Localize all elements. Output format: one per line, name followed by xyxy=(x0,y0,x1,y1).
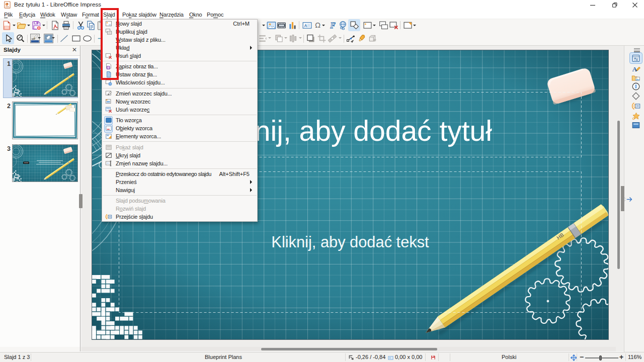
status-separator xyxy=(345,353,346,361)
export-pdf-button[interactable] xyxy=(49,19,61,31)
print-button[interactable] xyxy=(60,19,72,31)
ellipse-button[interactable] xyxy=(81,32,93,44)
menu-item-zapisz-obraz-tla[interactable]: Zapisz obraz tła... xyxy=(102,62,257,70)
menu-item-duplikuj-slajd[interactable]: Duplikuj slajd xyxy=(102,28,257,36)
glue-points-button[interactable] xyxy=(355,32,367,44)
menubar-item-format[interactable]: Format xyxy=(82,10,99,19)
menu-item-label: Ustaw obraz tła... xyxy=(116,71,157,77)
menu-item-nowy-wzorzec[interactable]: Nowy wzorzec xyxy=(102,98,257,106)
vertical-scrollbar-handle[interactable] xyxy=(617,121,620,269)
shadow-button[interactable] xyxy=(304,32,316,44)
menu-item-usun-wzorzec[interactable]: Usuń wzorzec xyxy=(102,106,257,114)
menu-item-przeskocz[interactable]: Przeskocz do ostatnio edytowanego slajdu… xyxy=(102,170,257,178)
menubar-item-okno[interactable]: Okno xyxy=(189,10,202,19)
new-button[interactable] xyxy=(1,19,13,31)
toolbar-separator xyxy=(299,21,299,29)
sidebar-tab-properties[interactable] xyxy=(630,53,642,63)
menubar-item-widok[interactable]: Widok xyxy=(40,10,55,19)
slide-1-thumbnail-image[interactable] xyxy=(12,59,78,97)
status-zoom-percent: 116% xyxy=(628,354,641,360)
menu-item-label: Przejście slajdu xyxy=(116,214,153,220)
slide-text-placeholder-text[interactable]: Kliknij, aby dodać tekst xyxy=(271,233,429,251)
menu-item-przejscie-slajdu[interactable]: Przejście slajdu xyxy=(102,213,257,221)
menu-item-wlasciwosci-slajdu[interactable]: Właściwości slajdu... xyxy=(102,78,257,86)
dropdown-caret-icon[interactable] xyxy=(41,19,46,31)
dropdown-caret-icon[interactable] xyxy=(298,32,303,44)
menubar-item-wstaw[interactable]: Wstaw xyxy=(61,10,77,19)
save-button[interactable] xyxy=(30,19,42,31)
dropdown-caret-icon[interactable] xyxy=(372,19,377,31)
menu-item-nowy-slajd[interactable]: Nowy slajdCtrl+M xyxy=(102,20,257,28)
close-button[interactable] xyxy=(625,0,644,10)
menu-item-elementy-wzorca[interactable]: Elementy wzorca... xyxy=(102,132,257,140)
sidebar-tab-shapes[interactable] xyxy=(630,90,642,101)
sidebar-tab-navigator[interactable] xyxy=(630,81,642,92)
minimize-button[interactable] xyxy=(583,0,603,10)
slide-3-thumbnail-image[interactable] xyxy=(12,144,78,182)
ellipse-icon xyxy=(82,33,93,44)
menu-item-obiekty-wzorca[interactable]: Obiekty wzorca xyxy=(102,124,257,132)
menu-item-ukryj-slajd[interactable]: Ukryj slajd xyxy=(102,151,257,159)
slide-thumbnail-1[interactable]: 1 xyxy=(4,59,77,98)
slide-transition-icon xyxy=(631,102,640,111)
status-language[interactable]: Polski xyxy=(502,354,516,360)
rectangle-button[interactable] xyxy=(70,32,82,44)
dropdown-caret-icon[interactable] xyxy=(267,32,272,44)
show-draw-functions-icon xyxy=(349,20,360,31)
navigator-icon xyxy=(631,82,640,91)
show-draw-functions-button[interactable] xyxy=(348,19,360,31)
menubar-item-pomoc[interactable]: Pomoc xyxy=(207,10,223,19)
toolbar-line-and-filling xyxy=(0,32,644,46)
delete-slide-button[interactable] xyxy=(387,19,399,31)
menubar-item-plik[interactable]: Plik xyxy=(4,10,13,19)
dropdown-caret-icon[interactable] xyxy=(338,32,343,44)
slide-2-thumbnail-image[interactable] xyxy=(12,102,78,139)
menu-item-ustaw-obraz-tla[interactable]: Ustaw obraz tła... xyxy=(102,70,257,78)
hyperlink-button[interactable] xyxy=(337,19,349,31)
sidebar-collapse-arrow[interactable] xyxy=(624,196,633,203)
impress-app-icon xyxy=(4,1,11,9)
unsaved-changes-icon[interactable] xyxy=(431,355,436,360)
dropdown-caret-icon[interactable] xyxy=(412,19,417,31)
zoom-slider[interactable] xyxy=(585,357,618,358)
zoom-out-button[interactable]: − xyxy=(580,353,584,361)
select-button[interactable] xyxy=(2,32,14,44)
sidebar-tab-slide-transition[interactable] xyxy=(630,101,642,111)
save-icon xyxy=(31,20,42,31)
sidebar-menu-icon[interactable] xyxy=(634,47,640,53)
panel-splitter-handle[interactable] xyxy=(79,194,83,208)
dropdown-caret-icon[interactable] xyxy=(321,19,326,31)
menu-item-nawiguj[interactable]: Nawiguj xyxy=(102,186,257,194)
horizontal-scrollbar[interactable] xyxy=(81,347,616,351)
zoom-in-button[interactable]: + xyxy=(619,353,623,361)
slide-thumbnail-3[interactable]: 3 xyxy=(4,144,77,183)
menu-item-tlo-wzorca[interactable]: Tło wzorca xyxy=(102,116,257,124)
zoom-slider-handle[interactable] xyxy=(599,355,602,360)
menu-item-pokaz-slajd: Pokaż slajd xyxy=(102,143,257,151)
sidebar-tab-master-slides[interactable] xyxy=(630,120,642,130)
menu-item-zmien-wzorzec-slajdu[interactable]: Zmień wzorzec slajdu... xyxy=(102,89,257,98)
restore-button[interactable] xyxy=(605,0,625,10)
menu-item-zmien-nazwe-slajdu[interactable]: Zmień nazwę slajdu... xyxy=(102,159,257,167)
menu-item-label: Nowy wzorzec xyxy=(116,99,150,105)
insert-chart-button[interactable] xyxy=(286,19,298,31)
open-button[interactable] xyxy=(15,19,27,31)
menu-item-wstaw-slajd-z-pliku[interactable]: Wstaw slajd z pliku... xyxy=(102,36,257,44)
menu-item-usun-slajd[interactable]: Usuń slajd xyxy=(102,52,257,60)
insert-media-button[interactable] xyxy=(275,19,287,31)
menubar-item-edycja[interactable]: Edycja xyxy=(19,10,35,19)
status-separator xyxy=(569,353,569,361)
horizontal-scrollbar-handle[interactable] xyxy=(261,348,437,350)
menu-item-uklad[interactable]: Układ xyxy=(102,44,257,52)
zoom-pan-button[interactable] xyxy=(14,32,26,44)
dropdown-caret-icon[interactable] xyxy=(37,32,42,44)
slide-list: 1 2 3 xyxy=(0,55,80,347)
insert-line-button[interactable] xyxy=(58,32,70,44)
menubar-item-pokaz-slajdow[interactable]: Pokaz slajdów xyxy=(122,10,156,19)
menubar-item-narzedzia[interactable]: Narzędzia xyxy=(159,10,184,19)
menu-item-przenies[interactable]: Przenieś xyxy=(102,178,257,186)
dropdown-caret-icon[interactable] xyxy=(51,32,56,44)
close-icon[interactable]: ✕ xyxy=(71,46,78,53)
submenu-arrow-icon xyxy=(250,180,254,184)
slide-thumbnail-2[interactable]: 2 xyxy=(4,101,77,140)
